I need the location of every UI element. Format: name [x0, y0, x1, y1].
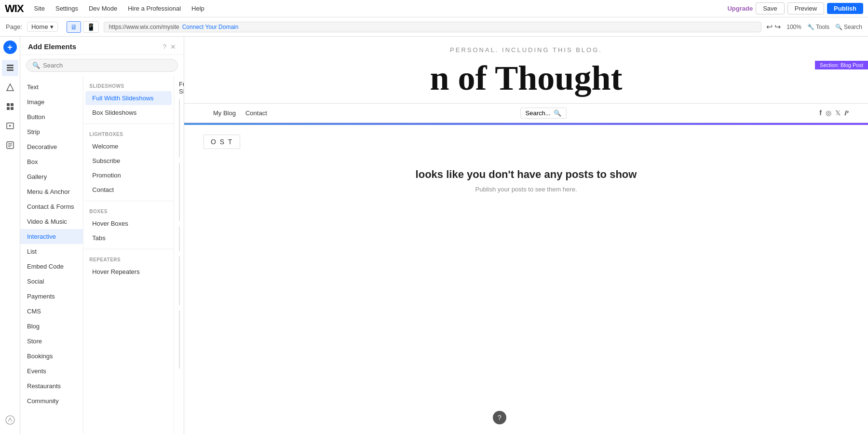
search-toolbar-button[interactable]: 🔍 Search	[835, 24, 862, 30]
lightboxes-label: LIGHTBOXES	[83, 128, 174, 139]
category-blog[interactable]: Blog	[20, 319, 83, 334]
category-image[interactable]: Image	[20, 95, 83, 109]
wix-logo: WIX	[5, 2, 24, 15]
category-cms[interactable]: CMS	[20, 304, 83, 319]
hire-professional-button[interactable]: Hire a Professional	[124, 3, 185, 14]
mobile-view-button[interactable]: 📱	[83, 21, 99, 33]
pinterest-icon[interactable]: 𝑷	[844, 109, 849, 117]
preview-button[interactable]: Preview	[787, 2, 824, 14]
slide-preview-home-bar[interactable]: HOW TOSTOCK YOURHome Bar ❮ ❯	[179, 163, 180, 221]
sidebar-item-media[interactable]	[2, 118, 18, 134]
sidebar-item-ascend[interactable]	[2, 412, 18, 428]
top-bar: WIX Site Settings Dev Mode Hire a Profes…	[0, 0, 868, 17]
publish-button[interactable]: Publish	[827, 3, 863, 14]
slide-preview-designer[interactable]: HI! I'M a graphicDESIGNER FROMTHE U.S. ←…	[179, 256, 180, 305]
sub-item-box-slideshows[interactable]: Box Slideshows	[85, 106, 172, 120]
category-payments[interactable]: Payments	[20, 289, 83, 304]
category-list: Text Image Button Strip Decorative Box G…	[20, 76, 83, 434]
slide-preview-sale[interactable]: SALE • SALE • SALE • SALE	[179, 226, 180, 251]
category-store[interactable]: Store	[20, 334, 83, 349]
category-restaurants[interactable]: Restaurants	[20, 379, 83, 393]
svg-rect-5	[11, 103, 14, 106]
slide-5-content: PRICE A Whole NewCollection	[179, 310, 180, 369]
search-input[interactable]	[43, 62, 172, 69]
second-bar: Page: Home ▾ 🖥 📱 https://www.wix.com/mys…	[0, 17, 868, 37]
category-community[interactable]: Community	[20, 393, 83, 408]
sidebar-item-themes[interactable]	[2, 79, 18, 95]
sub-item-promotion[interactable]: Promotion	[85, 168, 172, 182]
zoom-button[interactable]: 100%	[787, 24, 801, 30]
slide-preview-collection[interactable]: PRICE A Whole NewCollection ❮ ❯	[179, 310, 180, 369]
help-circle-button[interactable]: ?	[493, 411, 506, 424]
category-strip[interactable]: Strip	[20, 124, 83, 139]
canvas-nav: My Blog Contact Search... 🔍 f ◎ 𝕏 𝑷	[184, 103, 868, 123]
desktop-view-button[interactable]: 🖥	[67, 21, 81, 33]
svg-rect-0	[7, 65, 14, 66]
sidebar-item-blog[interactable]	[2, 137, 18, 153]
category-events[interactable]: Events	[20, 364, 83, 379]
instagram-icon[interactable]: ◎	[826, 109, 831, 117]
category-menu-anchor[interactable]: Menu & Anchor	[20, 184, 83, 199]
tools-label: Tools	[816, 24, 829, 30]
category-contact-forms[interactable]: Contact & Forms	[20, 199, 83, 214]
sidebar-item-pages[interactable]	[2, 60, 18, 76]
category-embed-code[interactable]: Embed Code	[20, 259, 83, 274]
add-elements-panel: Add Elements ? ✕ 🔍 Text Image Button Str…	[20, 37, 184, 434]
sub-item-subscribe[interactable]: Subscribe	[85, 154, 172, 168]
category-bookings[interactable]: Bookings	[20, 349, 83, 364]
dev-mode-button[interactable]: Dev Mode	[85, 3, 121, 14]
upgrade-button[interactable]: Upgrade	[727, 5, 753, 12]
twitter-icon[interactable]: 𝕏	[835, 109, 841, 117]
page-select[interactable]: Home ▾	[27, 22, 58, 32]
tools-icon: 🔧	[807, 24, 814, 30]
panel-help-icon[interactable]: ?	[163, 43, 166, 51]
svg-point-14	[6, 416, 14, 424]
no-posts-title: looks like you don't have any posts to s…	[213, 168, 839, 181]
sidebar-item-apps[interactable]	[2, 98, 18, 115]
facebook-icon[interactable]: f	[819, 109, 822, 117]
preview-panel: Full Width Slideshows ℹ GETfit Start Tod…	[174, 76, 184, 434]
boxes-label: BOXES	[83, 205, 174, 216]
category-text[interactable]: Text	[20, 80, 83, 95]
add-elements-button[interactable]: +	[3, 41, 17, 54]
slide-preview-fitness[interactable]: GETfit Start Today ❮ ❯	[179, 99, 180, 158]
section-blog-post-tag[interactable]: Section: Blog Post	[815, 61, 868, 69]
undo-button[interactable]: ↩	[766, 22, 773, 31]
category-button[interactable]: Button	[20, 109, 83, 124]
panel-close-icon[interactable]: ✕	[170, 43, 176, 51]
category-decorative[interactable]: Decorative	[20, 139, 83, 154]
tools-button[interactable]: 🔧 Tools	[807, 24, 829, 30]
svg-rect-6	[7, 107, 10, 110]
post-label: O S T	[203, 135, 240, 149]
no-posts-subtitle: Publish your posts to see them here.	[213, 186, 839, 193]
nav-link-contact[interactable]: Contact	[245, 109, 267, 117]
category-video-music[interactable]: Video & Music	[20, 214, 83, 229]
search-label: Search	[844, 24, 862, 30]
page-name: Home	[31, 23, 48, 30]
ascend-icon	[5, 415, 15, 425]
main-area: +	[0, 37, 868, 434]
category-box[interactable]: Box	[20, 154, 83, 169]
category-gallery[interactable]: Gallery	[20, 169, 83, 184]
sub-item-contact[interactable]: Contact	[85, 183, 172, 197]
themes-icon	[6, 83, 14, 92]
sub-item-hover-repeaters[interactable]: Hover Repeaters	[85, 265, 172, 279]
save-button[interactable]: Save	[756, 2, 785, 14]
sub-item-hover-boxes[interactable]: Hover Boxes	[85, 217, 172, 231]
site-menu-button[interactable]: Site	[30, 3, 49, 14]
sub-item-full-width-slideshows[interactable]: Full Width Slideshows	[85, 91, 172, 105]
sub-item-tabs[interactable]: Tabs	[85, 231, 172, 245]
settings-menu-button[interactable]: Settings	[52, 3, 82, 14]
category-social[interactable]: Social	[20, 274, 83, 289]
canvas-content: PERSONAL. INCLUDING THIS BLOG. n of Thou…	[184, 37, 868, 434]
connect-domain-link[interactable]: Connect Your Domain	[182, 24, 239, 30]
subcategory-panel: SLIDESHOWS Full Width Slideshows Box Sli…	[83, 76, 174, 434]
category-interactive[interactable]: Interactive	[20, 229, 83, 244]
category-list[interactable]: List	[20, 244, 83, 259]
help-button[interactable]: Help	[188, 3, 208, 14]
svg-rect-7	[11, 107, 14, 110]
nav-search-area[interactable]: Search... 🔍	[520, 108, 567, 119]
nav-link-blog[interactable]: My Blog	[213, 109, 236, 117]
redo-button[interactable]: ↪	[774, 22, 781, 31]
sub-item-welcome[interactable]: Welcome	[85, 139, 172, 153]
